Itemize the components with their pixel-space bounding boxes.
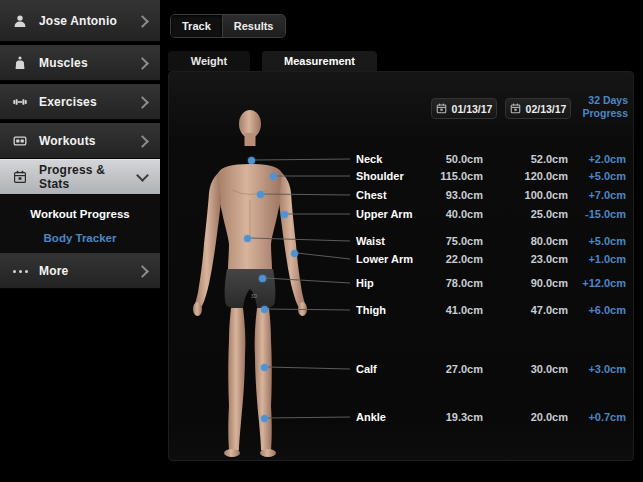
measurement-diff: +5.0cm (568, 234, 626, 248)
measurement-label: Shoulder (356, 169, 436, 183)
model-watermark: 3D (251, 293, 258, 299)
measurement-row-lower-arm: Lower Arm22.0cm23.0cm+1.0cm (356, 252, 626, 266)
start-date-value: 01/13/17 (452, 103, 493, 115)
measurement-label: Waist (356, 234, 436, 248)
measurement-diff: +2.0cm (568, 152, 626, 166)
segment-results[interactable]: Results (222, 15, 285, 37)
segment-track[interactable]: Track (171, 15, 222, 37)
submenu-item-workout-progress[interactable]: Workout Progress (0, 202, 160, 226)
measurement-diff: -15.0cm (568, 207, 626, 221)
measurement-row-neck: Neck50.0cm52.0cm+2.0cm (356, 152, 626, 166)
measurement-value-1: 115.0cm (436, 169, 483, 183)
measurement-label: Lower Arm (356, 252, 436, 266)
measurement-value-2: 25.0cm (483, 207, 568, 221)
measurement-label: Hip (356, 276, 436, 290)
measurement-value-2: 20.0cm (483, 410, 568, 424)
measure-point-chest[interactable] (257, 191, 264, 198)
measure-point-shoulder[interactable] (270, 173, 277, 180)
chevron-down-icon (136, 169, 149, 182)
measurement-value-1: 19.3cm (436, 410, 483, 424)
measure-point-upper-arm[interactable] (281, 211, 288, 218)
sidebar-item-label: Jose Antonio (39, 14, 138, 28)
measure-point-lower-arm[interactable] (291, 250, 298, 257)
chevron-right-icon (136, 15, 149, 28)
measurement-diff: +0.7cm (568, 410, 626, 424)
measure-point-hip[interactable] (259, 275, 266, 282)
measurement-label: Ankle (356, 410, 436, 424)
muscles-icon (12, 55, 28, 71)
end-date-button[interactable]: 02/13/17 (505, 98, 571, 119)
measurement-diff: +3.0cm (568, 362, 626, 376)
measurement-row-ankle: Ankle19.3cm20.0cm+0.7cm (356, 410, 626, 424)
measurement-row-calf: Calf27.0cm30.0cm+3.0cm (356, 362, 626, 376)
sidebar-item-more[interactable]: More (0, 253, 160, 289)
measurement-value-1: 41.0cm (436, 303, 483, 317)
tab-weight-progress[interactable]: Weight Progress (168, 51, 250, 71)
end-date-value: 02/13/17 (526, 103, 567, 115)
chevron-right-icon (136, 135, 149, 148)
measurement-value-1: 78.0cm (436, 276, 483, 290)
measurement-value-1: 93.0cm (436, 188, 483, 202)
measurement-label: Neck (356, 152, 436, 166)
measurement-value-2: 80.0cm (483, 234, 568, 248)
calendar-icon (436, 103, 447, 114)
measurement-value-1: 50.0cm (436, 152, 483, 166)
measurement-diff: +6.0cm (568, 303, 626, 317)
measurement-label: Thigh (356, 303, 436, 317)
measurement-value-2: 90.0cm (483, 276, 568, 290)
sidebar-item-progress-stats[interactable]: Progress & Stats (0, 159, 160, 195)
tab-measurement-progress[interactable]: Measurement Progress (262, 51, 377, 71)
chevron-right-icon (136, 96, 149, 109)
measurement-row-shoulder: Shoulder115.0cm120.0cm+5.0cm (356, 169, 626, 183)
measurement-value-2: 100.0cm (483, 188, 568, 202)
person-icon (12, 13, 28, 29)
measurement-value-1: 75.0cm (436, 234, 483, 248)
sidebar-item-label: Exercises (39, 95, 138, 109)
ellipsis-icon (12, 263, 28, 279)
measure-point-thigh[interactable] (261, 306, 268, 313)
start-date-button[interactable]: 01/13/17 (431, 98, 497, 119)
sidebar-item-label: Muscles (39, 56, 138, 70)
submenu-item-body-tracker[interactable]: Body Tracker (0, 226, 160, 250)
calendar-icon (510, 103, 521, 114)
measurement-value-1: 22.0cm (436, 252, 483, 266)
measure-point-neck[interactable] (248, 157, 255, 164)
measurement-row-chest: Chest93.0cm100.0cm+7.0cm (356, 188, 626, 202)
measurement-value-1: 40.0cm (436, 207, 483, 221)
body-tracker-screen: Jose Antonio Muscles Exercises Workouts (0, 0, 643, 482)
days-progress-label: 32 Days Progress (572, 94, 628, 120)
sidebar-item-label: More (39, 264, 138, 278)
measurement-label: Calf (356, 362, 436, 376)
measurement-diff: +1.0cm (568, 252, 626, 266)
measurement-value-2: 52.0cm (483, 152, 568, 166)
measurement-label: Chest (356, 188, 436, 202)
sidebar-item-label: Workouts (39, 134, 138, 148)
measurement-row-hip: Hip78.0cm90.0cm+12.0cm (356, 276, 626, 290)
progress-stats-submenu: Workout Progress Body Tracker (0, 195, 160, 253)
workout-card-icon (12, 133, 28, 149)
dumbbell-icon (12, 94, 28, 110)
measure-point-calf[interactable] (261, 364, 268, 371)
measurement-value-2: 30.0cm (483, 362, 568, 376)
sidebar-item-exercises[interactable]: Exercises (0, 84, 160, 120)
measurement-value-2: 120.0cm (483, 169, 568, 183)
measurement-progress-panel: 3D (168, 71, 634, 461)
sidebar-item-muscles[interactable]: Muscles (0, 45, 160, 81)
measurement-value-2: 47.0cm (483, 303, 568, 317)
measurement-row-thigh: Thigh41.0cm47.0cm+6.0cm (356, 303, 626, 317)
track-results-segmented-control: Track Results (170, 14, 286, 38)
measurement-diff: +5.0cm (568, 169, 626, 183)
measure-point-ankle[interactable] (261, 415, 268, 422)
sidebar-item-workouts[interactable]: Workouts (0, 123, 160, 159)
chevron-right-icon (136, 265, 149, 278)
measurement-value-2: 23.0cm (483, 252, 568, 266)
sidebar-item-user[interactable]: Jose Antonio (0, 0, 160, 42)
measurement-diff: +12.0cm (568, 276, 626, 290)
sidebar-item-label: Progress & Stats (39, 163, 138, 191)
calendar-icon (12, 169, 28, 185)
measure-point-waist[interactable] (244, 235, 251, 242)
chevron-right-icon (136, 57, 149, 70)
measurement-value-1: 27.0cm (436, 362, 483, 376)
measurement-diff: +7.0cm (568, 188, 626, 202)
measurement-row-waist: Waist75.0cm80.0cm+5.0cm (356, 234, 626, 248)
